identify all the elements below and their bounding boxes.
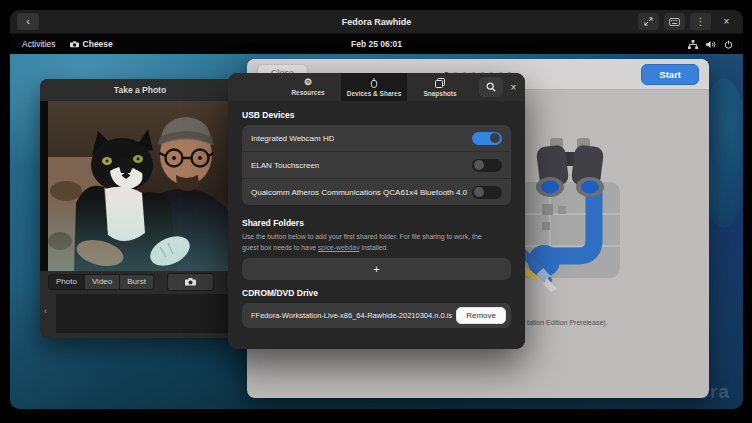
search-button[interactable]	[479, 77, 503, 97]
snapshots-icon	[435, 78, 445, 88]
usb-section-title: USB Devices	[242, 110, 511, 120]
gear-icon: ⚙	[304, 78, 312, 87]
tab-resources[interactable]: ⚙ Resources	[275, 73, 341, 101]
take-photo-button[interactable]	[167, 273, 214, 291]
shared-folders-title: Shared Folders	[242, 218, 511, 228]
remove-button[interactable]: Remove	[456, 307, 506, 324]
keyboard-button[interactable]	[664, 13, 685, 30]
fullscreen-button[interactable]	[638, 13, 659, 30]
prerelease-text: tation Edition Prerelease).	[527, 319, 608, 326]
camera-shutter-icon	[185, 278, 196, 286]
usb-toggle[interactable]	[472, 132, 502, 145]
tab-photo[interactable]: Photo	[48, 274, 85, 290]
camera-icon	[70, 41, 79, 48]
photo-strip-panel	[56, 294, 240, 333]
system-status-area[interactable]	[688, 34, 733, 54]
app-menu-cheese[interactable]: Cheese	[70, 39, 113, 49]
vm-display: Activities Cheese Feb 25 06:01	[10, 34, 743, 409]
shared-folders-description: Use the button below to add your first s…	[242, 231, 494, 253]
cdrom-section-title: CDROM/DVD Drive	[242, 288, 511, 298]
network-icon	[688, 40, 698, 49]
search-icon	[486, 82, 496, 92]
start-button[interactable]: Start	[641, 64, 699, 85]
webcam-image	[48, 101, 240, 271]
window-title: Fedora Rawhide	[10, 10, 743, 33]
tab-burst[interactable]: Burst	[119, 274, 154, 290]
boxes-window: ‹ Fedora Rawhide ⋮ ×	[10, 10, 743, 409]
screenshot-stage: ‹ Fedora Rawhide ⋮ ×	[0, 0, 752, 423]
photo-strip: ‹	[40, 292, 240, 338]
volume-icon	[706, 40, 716, 49]
spice-webdav-link[interactable]: spice-webdav	[318, 244, 360, 251]
usb-toggle[interactable]	[472, 186, 502, 199]
dialog-body: USB Devices Integrated Webcam HD ELAN To…	[228, 101, 525, 349]
add-shared-folder-button[interactable]: +	[242, 258, 511, 280]
gnome-topbar: Activities Cheese Feb 25 06:01	[10, 34, 743, 54]
activities-button[interactable]: Activities	[22, 39, 56, 49]
keyboard-icon	[669, 18, 680, 26]
cheese-title: Take a Photo	[114, 85, 166, 95]
properties-dialog: ⚙ Resources Devices & Shares	[228, 73, 525, 349]
strip-scroll-left[interactable]: ‹	[44, 306, 47, 316]
tab-snapshots[interactable]: Snapshots	[407, 73, 473, 101]
cheese-toolbar: Photo Video Burst	[40, 271, 240, 292]
iso-filename: FFedora-Workstation-Live-x86_64-Rawhide-…	[251, 311, 452, 320]
power-icon	[724, 40, 733, 49]
cdrom-row: FFedora-Workstation-Live-x86_64-Rawhide-…	[242, 303, 511, 328]
dialog-close-button[interactable]: ×	[505, 77, 522, 97]
menu-button[interactable]: ⋮	[690, 13, 711, 30]
webcam-preview	[40, 101, 240, 271]
window-close-button[interactable]: ×	[716, 13, 737, 30]
cheese-titlebar: Take a Photo	[40, 79, 240, 102]
cheese-window: Take a Photo	[40, 79, 240, 338]
usb-row: ELAN Touchscreen	[242, 152, 511, 179]
plus-icon: +	[373, 263, 379, 275]
tab-devices-shares[interactable]: Devices & Shares	[341, 73, 407, 101]
tab-video[interactable]: Video	[84, 274, 120, 290]
usb-toggle[interactable]	[472, 159, 502, 172]
usb-device-icon	[370, 78, 378, 88]
clock[interactable]: Feb 25 06:01	[351, 34, 402, 54]
fullscreen-icon	[644, 17, 653, 26]
boxes-titlebar: ‹ Fedora Rawhide ⋮ ×	[10, 10, 743, 34]
usb-row: Integrated Webcam HD	[242, 125, 511, 152]
usb-row: Qualcomm Atheros Communications QCA61x4 …	[242, 179, 511, 205]
dialog-header: ⚙ Resources Devices & Shares	[228, 73, 525, 102]
usb-device-list: Integrated Webcam HD ELAN Touchscreen Qu…	[242, 125, 511, 205]
